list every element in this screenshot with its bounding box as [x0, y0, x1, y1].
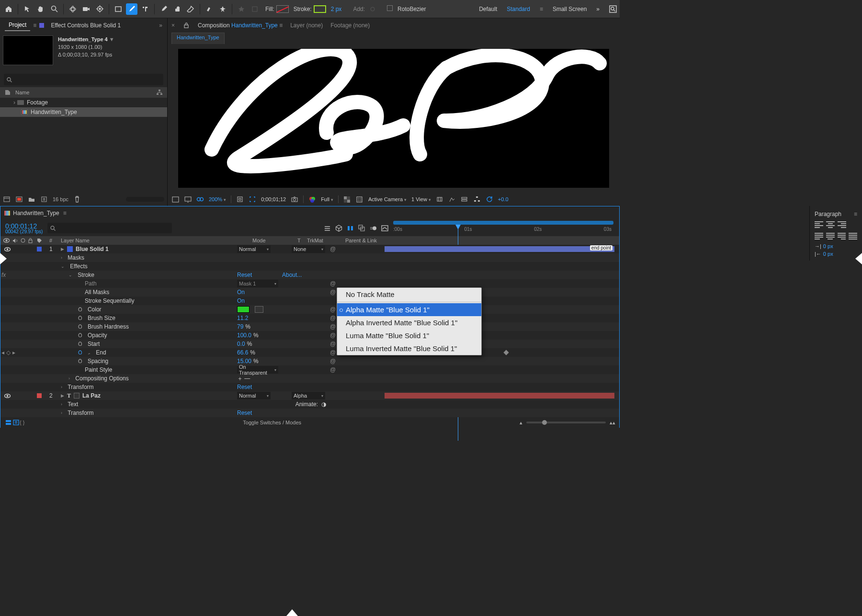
trkmat-option-luma-inv[interactable]: Luma Inverted Matte "Blue Solid 1" — [337, 342, 481, 355]
group-masks[interactable]: › Masks — [0, 253, 619, 262]
stroke-width[interactable]: 2 px — [331, 6, 342, 12]
bit-depth[interactable]: 16 bpc — [53, 196, 68, 202]
blend-mode-dd[interactable]: Normal — [237, 245, 271, 253]
stopwatch-icon[interactable]: Ö — [78, 307, 82, 312]
pan-behind-tool-icon[interactable] — [94, 3, 105, 15]
layer-bar[interactable] — [385, 393, 614, 399]
prop-brushsize[interactable]: Ö Brush Size11.2@ — [0, 314, 619, 322]
fast-previews-icon[interactable] — [448, 195, 456, 203]
composition-tab[interactable]: Composition Handwritten_Type ≡ — [198, 22, 283, 29]
toggle-switches-modes[interactable]: Toggle Switches / Modes — [24, 420, 520, 425]
trkmat-option-alpha-inv[interactable]: Alpha Inverted Matte "Blue Solid 1" — [337, 316, 481, 329]
group-compositing[interactable]: › Compositing Options＋ — — [0, 374, 619, 383]
twirl-icon[interactable]: ▶ — [61, 247, 64, 251]
zoom-tool-icon[interactable] — [48, 3, 60, 15]
stopwatch-active-icon[interactable]: Ö — [78, 350, 82, 355]
effect-controls-tab[interactable]: Effect Controls Blue Solid 1 — [47, 20, 125, 31]
puppet-pin-icon[interactable] — [217, 3, 228, 15]
animate-menu-icon[interactable]: ◑ — [321, 401, 326, 408]
prop-end[interactable]: ◂◇▸ Ö ⦧ End 66.6% @ — [0, 348, 619, 357]
layer-row[interactable]: 1 ▶ Blue Solid 1 Normal None @ end point — [0, 245, 619, 253]
project-search-input[interactable] — [4, 74, 163, 85]
eye-icon[interactable] — [4, 247, 11, 251]
pixel-aspect-icon[interactable] — [436, 195, 443, 203]
eraser-tool-icon[interactable] — [185, 3, 196, 15]
time-ruler[interactable]: :00s 01s 02s 03s — [393, 220, 619, 236]
label-column-icon[interactable] — [37, 238, 42, 243]
prop-start[interactable]: Ö Start0.0%@ — [0, 340, 619, 348]
project-item-comp[interactable]: Handwritten_Type — [0, 107, 167, 117]
timeline-icon[interactable] — [461, 195, 468, 203]
effect-reset[interactable]: Reset — [237, 272, 252, 278]
reset-exposure-icon[interactable] — [486, 195, 493, 203]
trkmat-dd[interactable]: Alpha — [292, 392, 325, 399]
twirl-icon[interactable]: ▶ — [61, 393, 64, 398]
prop-paintstyle[interactable]: Paint StyleOn Transparent@ — [0, 365, 619, 374]
prop-path[interactable]: PathMask 1@ — [0, 279, 619, 288]
trkmat-column[interactable]: TrkMat — [305, 236, 343, 245]
brackets-icon[interactable]: { } — [20, 420, 24, 425]
workspace-default[interactable]: Default — [479, 6, 497, 12]
star-favorite-icon[interactable] — [236, 3, 247, 15]
label-column-icon[interactable] — [5, 90, 15, 95]
home-icon[interactable] — [3, 3, 14, 15]
project-tree[interactable]: › Footage Handwritten_Type — [0, 98, 167, 193]
zoom-in-icon[interactable]: ▴▴ — [610, 420, 615, 426]
orbit-tool-icon[interactable] — [67, 3, 79, 15]
workspace-menu-icon[interactable]: ≡ — [540, 6, 543, 12]
layer-color-label[interactable] — [37, 393, 42, 398]
prop-color[interactable]: Ö Color @ — [0, 305, 619, 314]
comp-thumbnail[interactable] — [3, 35, 53, 65]
roto-brush-icon[interactable] — [204, 3, 215, 15]
pickwhip-icon[interactable]: @ — [330, 246, 336, 252]
trash-icon[interactable] — [73, 195, 81, 203]
overflow-icon[interactable]: » — [596, 6, 600, 12]
solo-column-icon[interactable] — [21, 238, 25, 243]
snapshot-icon[interactable] — [291, 195, 298, 203]
hand-tool-icon[interactable] — [35, 3, 46, 15]
new-comp-icon[interactable] — [15, 195, 23, 203]
project-item-folder[interactable]: › Footage — [0, 98, 167, 107]
toggle-switches-icon[interactable] — [4, 419, 12, 426]
composition-canvas[interactable] — [178, 49, 609, 188]
next-keyframe-icon[interactable]: ▸ — [12, 349, 15, 356]
brush-tool-icon[interactable] — [158, 3, 170, 15]
camera-tool-icon[interactable] — [80, 3, 92, 15]
project-tab[interactable]: Project — [5, 20, 30, 31]
eyedropper-icon[interactable] — [255, 306, 263, 313]
layer-row[interactable]: 2 ▶ T La Paz Normal Alpha — [0, 391, 619, 400]
footage-tab[interactable]: Footage (none) — [330, 22, 370, 29]
region-of-interest-icon[interactable] — [249, 195, 256, 203]
layer-color-label[interactable] — [37, 247, 42, 251]
camera-dd[interactable]: Active Camera — [368, 196, 407, 202]
flowchart-icon[interactable] — [157, 90, 162, 95]
zoom-out-icon[interactable]: ▴ — [520, 420, 522, 426]
resolution-dd[interactable]: Full — [321, 196, 333, 202]
trkmat-option-luma[interactable]: Luma Matte "Blue Solid 1" — [337, 329, 481, 342]
frame-blend-icon[interactable] — [358, 224, 365, 232]
transparency-grid-icon[interactable] — [343, 195, 351, 203]
render-queue-icon[interactable] — [12, 419, 20, 426]
selection-tool-icon[interactable] — [22, 3, 33, 15]
rect-tool-icon[interactable] — [113, 3, 124, 15]
clone-stamp-icon[interactable] — [171, 3, 183, 15]
effect-stroke[interactable]: fx ⌄ Stroke Reset About... — [0, 271, 619, 279]
channel-icon[interactable] — [308, 195, 316, 203]
workspace-small[interactable]: Small Screen — [553, 6, 587, 12]
eye-icon[interactable] — [4, 394, 11, 398]
trkmat-option-alpha[interactable]: Alpha Matte "Blue Solid 1" — [337, 303, 481, 316]
group-text[interactable]: › TextAnimate:◑ — [0, 400, 619, 409]
lock-viewer-icon[interactable] — [182, 22, 190, 29]
pen-tool-icon[interactable] — [126, 3, 137, 15]
timeline-tab[interactable]: Handwritten_Type — [13, 210, 59, 217]
snap-icon[interactable] — [249, 3, 261, 15]
timeline-search-input[interactable] — [47, 223, 172, 233]
prop-allmasks[interactable]: All MasksOn@ — [0, 288, 619, 297]
color-swatch[interactable] — [237, 306, 250, 313]
project-settings-icon[interactable] — [40, 195, 48, 203]
text-tool-icon[interactable] — [139, 3, 151, 15]
index-column[interactable]: # — [47, 236, 59, 245]
prop-strokeseq[interactable]: Stroke SequentiallyOn — [0, 297, 619, 305]
mode-column[interactable]: Mode — [250, 236, 295, 245]
trkmat-dd[interactable]: None — [292, 245, 325, 253]
